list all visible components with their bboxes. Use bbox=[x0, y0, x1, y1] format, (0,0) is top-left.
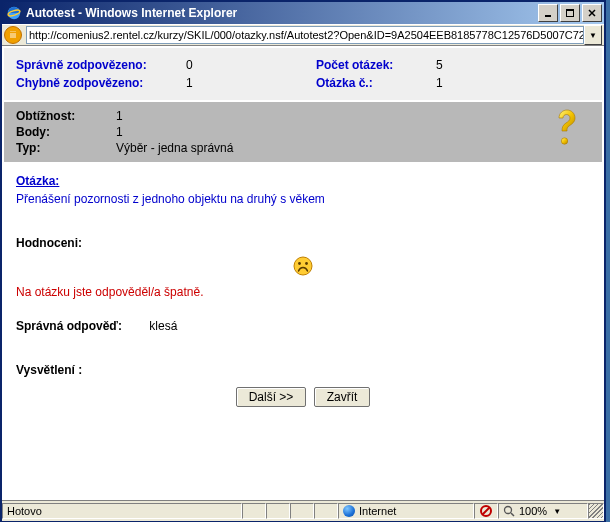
maximize-button[interactable] bbox=[560, 4, 580, 22]
globe-icon bbox=[343, 505, 355, 517]
resize-grip[interactable] bbox=[588, 503, 604, 519]
status-bar: Hotovo Internet 100% ▼ bbox=[2, 500, 604, 521]
zoom-dropdown-icon: ▼ bbox=[553, 507, 561, 516]
svg-rect-4 bbox=[566, 9, 574, 11]
zoom-icon bbox=[503, 505, 515, 517]
explanation-label: Vysvětlení : bbox=[16, 363, 590, 377]
status-sep4 bbox=[314, 503, 338, 519]
sad-face-icon bbox=[16, 256, 590, 279]
zoom-value: 100% bbox=[519, 505, 547, 517]
type-label: Typ: bbox=[16, 140, 116, 156]
window-title: Autotest - Windows Internet Explorer bbox=[26, 6, 538, 20]
evaluation-header: Hodnoceni: bbox=[16, 236, 590, 250]
wrong-answer-text: Na otázku jste odpověděl/a špatně. bbox=[16, 285, 590, 299]
security-zone: Internet bbox=[338, 503, 474, 519]
wrong-value: 1 bbox=[186, 74, 316, 92]
status-sep2 bbox=[266, 503, 290, 519]
correct-value: 0 bbox=[186, 56, 316, 74]
question-header: Otázka: bbox=[16, 174, 590, 188]
svg-point-9 bbox=[298, 262, 301, 265]
stats-panel: Správně zodpovězeno: 0 Počet otázek: 5 C… bbox=[4, 48, 602, 100]
difficulty-label: Obtížnost: bbox=[16, 108, 116, 124]
total-label: Počet otázek: bbox=[316, 56, 436, 74]
status-text: Hotovo bbox=[2, 503, 242, 519]
close-button[interactable]: Zavřít bbox=[314, 387, 371, 407]
status-sep3 bbox=[290, 503, 314, 519]
svg-line-12 bbox=[483, 508, 490, 515]
title-bar: Autotest - Windows Internet Explorer bbox=[2, 0, 604, 24]
zoom-cell[interactable]: 100% ▼ bbox=[498, 503, 588, 519]
url-field[interactable]: http://comenius2.rentel.cz/kurzy/SKIL/00… bbox=[26, 26, 584, 44]
close-window-button[interactable] bbox=[582, 4, 602, 22]
page-content: Správně zodpovězeno: 0 Počet otázek: 5 C… bbox=[2, 46, 604, 500]
total-value: 5 bbox=[436, 56, 590, 74]
correct-answer-label: Správná odpověď: bbox=[16, 319, 146, 333]
minimize-button[interactable] bbox=[538, 4, 558, 22]
points-value: 1 bbox=[116, 124, 233, 140]
zone-text: Internet bbox=[359, 505, 396, 517]
svg-point-7 bbox=[561, 138, 567, 144]
svg-rect-2 bbox=[545, 15, 551, 17]
ie-logo-icon bbox=[6, 5, 22, 21]
address-dropdown-button[interactable]: ▼ bbox=[584, 25, 602, 45]
question-text: Přenášení pozornosti z jednoho objektu n… bbox=[16, 192, 590, 206]
site-icon: iii bbox=[4, 26, 22, 44]
points-label: Body: bbox=[16, 124, 116, 140]
svg-point-8 bbox=[294, 257, 312, 275]
svg-point-10 bbox=[305, 262, 308, 265]
qnum-label: Otázka č.: bbox=[316, 74, 436, 92]
difficulty-value: 1 bbox=[116, 108, 233, 124]
question-meta-panel: Obtížnost:1 Body:1 Typ:Výběr - jedna spr… bbox=[4, 102, 602, 162]
type-value: Výběr - jedna správná bbox=[116, 140, 233, 156]
svg-line-14 bbox=[511, 513, 514, 516]
next-button[interactable]: Další >> bbox=[236, 387, 307, 407]
address-bar: iii http://comenius2.rentel.cz/kurzy/SKI… bbox=[2, 24, 604, 46]
protected-mode-icon bbox=[474, 503, 498, 519]
question-mark-icon bbox=[552, 108, 582, 151]
correct-label: Správně zodpovězeno: bbox=[16, 56, 186, 74]
wrong-label: Chybně zodpovězeno: bbox=[16, 74, 186, 92]
svg-point-13 bbox=[505, 507, 512, 514]
correct-answer-value: klesá bbox=[149, 319, 177, 333]
status-sep1 bbox=[242, 503, 266, 519]
qnum-value: 1 bbox=[436, 74, 590, 92]
